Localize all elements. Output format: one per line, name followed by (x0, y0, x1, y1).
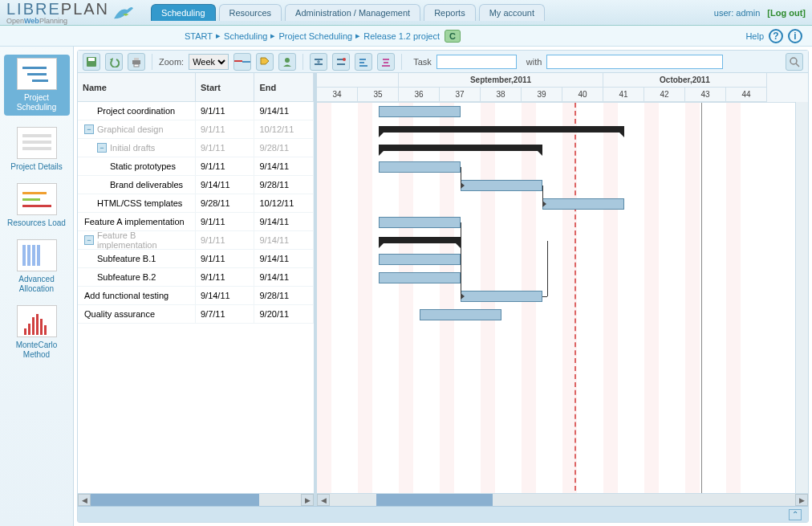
search-icon[interactable] (786, 53, 803, 71)
gantt-bar[interactable] (379, 145, 542, 151)
task-name: Feature A implementation (84, 217, 185, 226)
week-header: 44 (726, 88, 767, 102)
left-item-project-scheduling[interactable]: Project Scheduling (4, 55, 70, 116)
with-filter-input[interactable] (546, 55, 723, 69)
footer-collapse-icon[interactable]: ⌃ (789, 509, 802, 520)
svg-rect-22 (382, 65, 390, 67)
task-end: 9/14/11 (254, 250, 314, 267)
svg-rect-10 (134, 64, 139, 67)
table-row[interactable]: Feature A implementation9/1/119/14/11 (78, 213, 314, 231)
table-row[interactable]: Quality assurance9/7/119/20/11 (78, 305, 314, 324)
left-item-resources-load[interactable]: Resources Load (4, 183, 70, 228)
tab-scheduling[interactable]: Scheduling (151, 4, 215, 21)
left-label: MonteCarlo Method (4, 340, 70, 360)
task-start: 9/1/11 (196, 102, 255, 120)
breadcrumb-scheduling[interactable]: Scheduling (224, 31, 267, 41)
tab-administration[interactable]: Administration / Management (285, 4, 420, 21)
gantt-chart[interactable]: September,2011October,2011 3435363738394… (317, 73, 808, 506)
help-icon[interactable]: ? (769, 29, 783, 43)
gantt-bar[interactable] (379, 254, 461, 265)
undo-icon[interactable] (105, 53, 123, 71)
task-end: 9/14/11 (254, 102, 314, 120)
col-header-end[interactable]: End (254, 73, 314, 101)
week-header: 39 (522, 88, 562, 102)
chart-hscroll[interactable]: ◀▶ (317, 493, 808, 506)
gantt-bar[interactable] (379, 161, 461, 173)
task-start: 9/1/11 (196, 139, 255, 157)
gantt-bar[interactable] (461, 180, 542, 191)
svg-point-23 (790, 58, 797, 64)
gantt-bar[interactable] (379, 106, 461, 117)
svg-rect-8 (132, 60, 140, 64)
table-row[interactable]: Subfeature B.29/1/119/14/11 (78, 268, 314, 287)
table-row[interactable]: Brand deliverables9/14/119/28/11 (78, 176, 314, 194)
chart-vscroll[interactable] (795, 102, 808, 493)
logo-text-plan: PLAN (61, 0, 109, 18)
week-header: 40 (562, 88, 603, 102)
gantt-bar[interactable] (379, 272, 461, 283)
main-tabs: Scheduling Resources Administration / Ma… (151, 4, 545, 21)
svg-rect-2 (32, 317, 35, 335)
task-start: 9/1/11 (196, 250, 255, 267)
task-end: 9/14/11 (254, 268, 314, 286)
table-row[interactable]: Add functional testing9/14/119/28/11 (78, 287, 314, 305)
align-left-icon[interactable] (355, 53, 372, 71)
labels-icon[interactable] (256, 53, 274, 71)
breadcrumb-start[interactable]: START (185, 31, 213, 41)
save-icon[interactable] (83, 53, 100, 71)
gantt-bar[interactable] (542, 198, 624, 210)
table-row[interactable]: Static prototypes9/1/119/14/11 (78, 157, 314, 176)
resources-icon[interactable] (278, 53, 296, 71)
logout-link[interactable]: [Log out] (767, 8, 806, 18)
gantt-bar[interactable] (379, 126, 624, 133)
table-row[interactable]: Subfeature B.19/1/119/14/11 (78, 250, 314, 268)
table-row[interactable]: Project coordination9/1/119/14/11 (78, 102, 314, 120)
tab-myaccount[interactable]: My account (479, 4, 545, 21)
gantt-bar[interactable] (461, 291, 542, 302)
print-icon[interactable] (128, 53, 145, 71)
breadcrumb: START ▸ Scheduling ▸ Project Scheduling … (0, 26, 812, 47)
col-header-start[interactable]: Start (196, 73, 255, 101)
breadcrumb-project-scheduling[interactable]: Project Scheduling (278, 31, 352, 41)
table-row[interactable]: −Feature B implementation9/1/119/14/11 (78, 231, 314, 250)
task-start: 9/1/11 (196, 268, 255, 286)
col-header-name[interactable]: Name (78, 73, 196, 101)
task-start: 9/1/11 (196, 213, 255, 230)
week-header: 38 (481, 88, 522, 102)
gantt-view: Name Start End Project coordination9/1/1… (78, 73, 808, 506)
expand-icon[interactable] (310, 53, 327, 71)
task-end: 10/12/11 (254, 194, 314, 212)
zoom-select[interactable]: Week (189, 54, 229, 70)
table-row[interactable]: −Initial drafts9/1/119/28/11 (78, 139, 314, 157)
gantt-bar[interactable] (420, 309, 501, 320)
week-header: 34 (317, 88, 358, 102)
svg-rect-0 (24, 328, 26, 335)
table-row[interactable]: −Graphical design9/1/1110/12/11 (78, 120, 314, 139)
with-filter-label: with (526, 57, 542, 67)
left-item-montecarlo[interactable]: MonteCarlo Method (4, 305, 70, 360)
collapse-toggle-icon[interactable]: − (97, 143, 107, 153)
bird-icon (112, 4, 135, 22)
logo-text-libre: LIBRE (6, 0, 61, 18)
collapse-toggle-icon[interactable]: − (84, 235, 94, 245)
tab-resources[interactable]: Resources (219, 4, 282, 21)
task-filter-input[interactable] (436, 55, 517, 69)
grid-hscroll[interactable]: ◀▶ (78, 493, 314, 506)
table-row[interactable]: HTML/CSS templates9/28/1110/12/11 (78, 194, 314, 213)
tab-reports[interactable]: Reports (424, 4, 476, 21)
collapse-icon[interactable] (332, 53, 350, 71)
collapse-toggle-icon[interactable]: − (84, 124, 94, 134)
breadcrumb-badge: C (445, 30, 461, 43)
left-item-project-details[interactable]: Project Details (4, 127, 70, 172)
info-icon[interactable]: i (788, 29, 802, 43)
gantt-bar[interactable] (379, 217, 461, 228)
breadcrumb-project[interactable]: Release 1.2 project (363, 31, 440, 41)
help-label[interactable]: Help (745, 31, 764, 41)
left-item-advanced-allocation[interactable]: Advanced Allocation (4, 239, 70, 294)
critical-path-icon[interactable] (233, 53, 251, 71)
gantt-bar[interactable] (379, 237, 461, 243)
align-center-icon[interactable] (377, 53, 395, 71)
footer-strip: ⌃ (78, 506, 808, 522)
svg-rect-18 (359, 62, 364, 63)
task-start: 9/1/11 (196, 157, 255, 175)
